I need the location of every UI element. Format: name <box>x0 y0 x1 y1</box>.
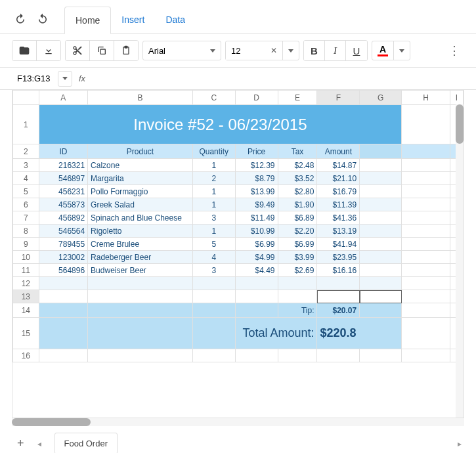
cell-qty[interactable]: 2 <box>192 172 235 185</box>
cell-id[interactable]: 564896 <box>39 264 87 277</box>
cell-id[interactable]: 216321 <box>39 159 87 172</box>
bold-button[interactable]: B <box>304 41 325 60</box>
tab-insert[interactable]: Insert <box>111 7 155 33</box>
cell-tax[interactable]: $2.48 <box>278 159 317 172</box>
row-head-5[interactable]: 5 <box>13 185 39 198</box>
cell-product[interactable]: Pollo Formaggio <box>88 185 193 198</box>
cell-amount[interactable]: $41.36 <box>317 211 360 225</box>
cell-tax[interactable]: $2.20 <box>278 225 317 238</box>
col-head-F[interactable]: F <box>317 91 360 105</box>
download-button[interactable] <box>37 41 60 60</box>
clear-icon[interactable]: ✕ <box>265 46 282 55</box>
cell-id[interactable]: 456231 <box>39 185 87 198</box>
row-head-4[interactable]: 4 <box>13 172 39 185</box>
sheet-nav-next[interactable]: ▸ <box>455 437 464 451</box>
col-head-I[interactable]: I <box>450 91 464 105</box>
cell-price[interactable]: $13.99 <box>235 185 278 198</box>
cell-amount[interactable]: $14.87 <box>317 159 360 172</box>
header-tax[interactable]: Tax <box>278 144 317 159</box>
cell-product[interactable]: Budweiser Beer <box>88 264 193 277</box>
cut-button[interactable] <box>66 41 90 60</box>
cell-amount[interactable]: $23.95 <box>317 251 360 264</box>
cell-amount[interactable]: $16.16 <box>317 264 360 277</box>
cell-price[interactable]: $6.99 <box>235 238 278 251</box>
row-head-14[interactable]: 14 <box>13 303 39 318</box>
cell-product[interactable]: Greek Salad <box>88 198 193 211</box>
font-family-dropdown[interactable]: Arial <box>142 41 221 60</box>
scrollbar-thumb[interactable] <box>456 104 464 144</box>
cell-id[interactable]: 455873 <box>39 198 87 211</box>
cell-price[interactable]: $12.39 <box>235 159 278 172</box>
paste-button[interactable] <box>114 41 138 60</box>
col-head-D[interactable]: D <box>235 91 278 105</box>
cell-product[interactable]: Radeberger Beer <box>88 251 193 264</box>
cell-qty[interactable]: 3 <box>192 211 235 225</box>
row-head-10[interactable]: 10 <box>13 251 39 264</box>
cell-qty[interactable]: 5 <box>192 238 235 251</box>
sheet-tab[interactable]: Food Order <box>54 433 118 453</box>
col-head-G[interactable]: G <box>360 91 402 105</box>
cell-product[interactable]: Calzone <box>88 159 193 172</box>
cell-amount[interactable]: $11.39 <box>317 198 360 211</box>
cell-qty[interactable]: 4 <box>192 251 235 264</box>
cell-tax[interactable]: $2.69 <box>278 264 317 277</box>
tab-data[interactable]: Data <box>155 7 196 33</box>
cell-amount[interactable]: $41.94 <box>317 238 360 251</box>
header-product[interactable]: Product <box>88 144 193 159</box>
cell-price[interactable]: $8.79 <box>235 172 278 185</box>
cell-qty[interactable]: 3 <box>192 264 235 277</box>
cell-product[interactable]: Rigoletto <box>88 225 193 238</box>
underline-button[interactable]: U <box>346 41 367 60</box>
open-button[interactable] <box>12 41 37 60</box>
text-color-button[interactable]: A <box>372 41 393 60</box>
header-price[interactable]: Price <box>235 144 278 159</box>
header-amount[interactable]: Amount <box>317 144 360 159</box>
cell-reference-dropdown[interactable] <box>58 71 72 87</box>
cell-price[interactable]: $9.49 <box>235 198 278 211</box>
more-button[interactable]: ⋮ <box>444 39 464 62</box>
cell-tax[interactable]: $1.90 <box>278 198 317 211</box>
sheet-nav-prev[interactable]: ◂ <box>35 437 44 451</box>
row-head-12[interactable]: 12 <box>13 277 39 290</box>
cell-tax[interactable]: $6.99 <box>278 238 317 251</box>
row-head-2[interactable]: 2 <box>13 144 39 159</box>
cell-product[interactable]: Margarita <box>88 172 193 185</box>
font-size-input[interactable] <box>226 42 265 60</box>
col-head-H[interactable]: H <box>402 91 450 105</box>
horizontal-scrollbar[interactable] <box>12 418 464 426</box>
row-head-13[interactable]: 13 <box>13 290 39 303</box>
scrollbar-thumb[interactable] <box>12 418 91 426</box>
spreadsheet[interactable]: A B C D E F G H I 1 Invoice #52 - 06/23/… <box>12 90 464 362</box>
col-head-E[interactable]: E <box>278 91 317 105</box>
cell-id[interactable]: 546897 <box>39 172 87 185</box>
total-value[interactable]: $220.8 <box>317 318 402 349</box>
cell-reference[interactable]: F13:G13 <box>12 71 58 86</box>
cell-id[interactable]: 123002 <box>39 251 87 264</box>
invoice-title[interactable]: Invoice #52 - 06/23/2015 <box>39 105 402 144</box>
cell-amount[interactable]: $16.79 <box>317 185 360 198</box>
add-sheet-button[interactable]: + <box>12 434 30 453</box>
cell-tax[interactable]: $2.80 <box>278 185 317 198</box>
cell-amount[interactable]: $13.19 <box>317 225 360 238</box>
cell-amount[interactable]: $21.10 <box>317 172 360 185</box>
cell-tax[interactable]: $3.52 <box>278 172 317 185</box>
redo-button[interactable] <box>34 10 51 30</box>
undo-button[interactable] <box>12 10 29 30</box>
cell-price[interactable]: $4.99 <box>235 251 278 264</box>
text-color-dropdown[interactable] <box>393 41 410 60</box>
font-size-dropdown[interactable] <box>282 41 299 60</box>
row-head-16[interactable]: 16 <box>13 349 39 362</box>
header-quantity[interactable]: Quantity <box>192 144 235 159</box>
cell-qty[interactable]: 1 <box>192 198 235 211</box>
cell-product[interactable]: Spinach and Blue Cheese <box>88 211 193 225</box>
col-head-B[interactable]: B <box>88 91 193 105</box>
header-id[interactable]: ID <box>39 144 87 159</box>
tab-home[interactable]: Home <box>64 7 111 34</box>
cell-tax[interactable]: $3.99 <box>278 251 317 264</box>
copy-button[interactable] <box>90 41 114 60</box>
row-head-6[interactable]: 6 <box>13 198 39 211</box>
cell-tax[interactable]: $6.89 <box>278 211 317 225</box>
cell-qty[interactable]: 1 <box>192 185 235 198</box>
cell-price[interactable]: $4.49 <box>235 264 278 277</box>
cell-id[interactable]: 546564 <box>39 225 87 238</box>
